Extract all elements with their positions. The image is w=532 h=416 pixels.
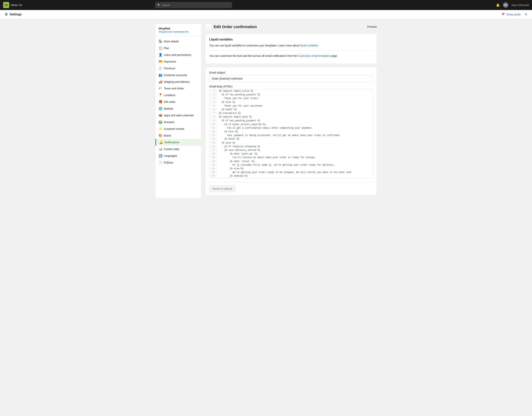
avatar[interactable]: RO: [503, 2, 508, 8]
sidebar-item-checkout[interactable]: 🛒 Checkout: [155, 65, 201, 72]
sidebar-item-languages[interactable]: 🔤 Languages: [155, 152, 201, 159]
topbar: 🛍 Winter '25 🔍 Search 🔔 RO Ryan O'Donnel…: [0, 0, 532, 10]
line-number-15: 15: [209, 141, 217, 145]
policies-icon: 📄: [159, 161, 162, 164]
main-content: ShopPad shoppad-ryan.myshopify.com 🏪 Sto…: [151, 19, 381, 203]
code-line-21: 21 Hi {{ customer.first_name }}, we're g…: [209, 163, 373, 167]
sidebar-nav: 🏪 Store details 📋 Plan 👤 Users and permi…: [155, 38, 201, 166]
preview-button[interactable]: Preview: [367, 25, 377, 28]
shipping-delivery-icon: 🚚: [159, 80, 162, 84]
line-code-2: {% if has_pending_payment %}: [217, 93, 373, 97]
body-label: Email body (HTML): [209, 85, 373, 88]
sidebar-item-payments[interactable]: 💳 Payments: [155, 58, 201, 65]
sidebar-item-markets[interactable]: 🌐 Markets: [155, 105, 201, 112]
sidebar-item-custom-data[interactable]: 📊 Custom data: [155, 146, 201, 152]
sidebar-item-gift-cards[interactable]: 🎁 Gift cards: [155, 99, 201, 105]
line-number-18: 18: [209, 152, 217, 156]
customer-events-icon: ⚡: [159, 127, 162, 130]
page-title: Edit Order confirmation: [214, 25, 257, 29]
email-subject-input[interactable]: [209, 75, 373, 82]
line-number-3: 3: [209, 97, 217, 100]
sidebar-item-store-details[interactable]: 🏪 Store details: [155, 38, 201, 45]
sidebar-item-shipping-delivery[interactable]: 🚚 Shipping and delivery: [155, 78, 201, 85]
languages-icon: 🔤: [159, 154, 162, 158]
sidebar-item-policies[interactable]: 📄 Policies: [155, 159, 201, 166]
plan-icon: 📋: [159, 46, 162, 50]
email-form-card: Email subject Email body (HTML) 1 {% cap…: [205, 67, 377, 195]
line-number-8: 8: [209, 115, 217, 119]
liquid-text-1: You can use liquid variables to customiz…: [209, 43, 373, 48]
back-button[interactable]: ←: [205, 24, 211, 30]
notifications-icon: 🔔: [159, 140, 162, 144]
line-number-13: 13: [209, 134, 217, 137]
line-code-20: {% when 'local' %}: [217, 160, 373, 163]
setup-guide-button[interactable]: 🚩 Setup guide: [502, 13, 521, 16]
setup-guide-label: Setup guide: [506, 13, 521, 16]
sidebar-item-users-permissions[interactable]: 👤 Users and permissions: [155, 51, 201, 58]
sidebar-item-customer-accounts[interactable]: 👥 Customer accounts: [155, 72, 201, 78]
sidebar-item-plan[interactable]: 📋 Plan: [155, 45, 201, 51]
line-number-2: 2: [209, 93, 217, 97]
line-number-20: 20: [209, 160, 217, 163]
revert-to-default-button[interactable]: Revert to default: [209, 186, 236, 192]
line-code-15: {% else %}: [217, 141, 373, 145]
sidebar-item-label: Policies: [164, 161, 173, 164]
flag-icon: 🚩: [502, 13, 505, 16]
search-icon: 🔍: [157, 4, 161, 7]
settings-title-text: Settings: [10, 13, 22, 16]
sidebar-item-taxes-duties[interactable]: 🏷 Taxes and duties: [155, 85, 201, 92]
sidebar-item-notifications[interactable]: 🔔 Notifications: [155, 139, 201, 146]
code-line-11: 11 You'll get a confirmation email after…: [209, 126, 373, 130]
line-number-17: 17: [209, 149, 217, 152]
gift-cards-icon: 🎁: [159, 100, 162, 104]
line-number-19: 19: [209, 156, 217, 159]
line-number-12: 12: [209, 130, 217, 134]
close-button[interactable]: ✕: [524, 12, 527, 17]
sidebar-item-label: Domains: [164, 120, 174, 124]
topbar-right: 🔔 RO Ryan O'Donnell: [496, 2, 529, 8]
code-editor[interactable]: 1 {% capture email_title %} 2 {% if has_…: [209, 89, 373, 178]
sidebar-item-domains[interactable]: 🌍 Domains: [155, 119, 201, 125]
line-code-10: {% if buyer_action_required %}: [217, 123, 373, 126]
code-line-7: 7 {% endcapture %}: [209, 111, 373, 115]
sidebar-item-apps-sales-channels[interactable]: 📦 Apps and sales channels: [155, 112, 201, 119]
line-number-7: 7: [209, 111, 217, 115]
sidebar-item-locations[interactable]: 📍 Locations: [155, 92, 201, 99]
sidebar-store-name: ShopPad: [159, 27, 198, 30]
sidebar-item-brand[interactable]: 🎨 Brand: [155, 132, 201, 139]
sidebar-item-label: Languages: [164, 154, 177, 157]
liquid-text-2: You can customize the look and feel acro…: [209, 54, 373, 58]
code-line-4: 4 {% else %}: [209, 100, 373, 104]
liquid-title: Liquid variables: [209, 38, 373, 41]
topbar-search[interactable]: 🔍 Search: [155, 2, 232, 8]
sidebar-item-label: Taxes and duties: [164, 87, 184, 90]
sidebar-item-label: Locations: [164, 94, 175, 97]
settings-title: ⚙ Settings: [5, 12, 22, 17]
notification-icon[interactable]: 🔔: [496, 3, 500, 7]
code-line-1: 1 {% capture email_title %}: [209, 89, 373, 93]
topbar-store-name: Winter '25: [11, 4, 22, 7]
apps-sales-channels-icon: 📦: [159, 113, 162, 117]
email-form-body: Email subject Email body (HTML) 1 {% cap…: [206, 67, 377, 182]
code-line-2: 2 {% if has_pending_payment %}: [209, 93, 373, 97]
sidebar-store: ShopPad shoppad-ryan.myshopify.com: [155, 27, 201, 36]
line-code-24: {% endcase %}: [217, 174, 373, 178]
search-placeholder: Search: [162, 4, 170, 7]
store-details-icon: 🏪: [159, 40, 162, 43]
custom-data-icon: 📊: [159, 147, 162, 151]
topbar-logo: 🛍 Winter '25: [3, 2, 22, 8]
sidebar-store-url[interactable]: shoppad-ryan.myshopify.com: [159, 30, 189, 33]
sidebar-item-customer-events[interactable]: ⚡ Customer events: [155, 125, 201, 132]
code-line-17: 17 {% case delivery_method %}: [209, 149, 373, 152]
line-code-11: You'll get a confirmation email after co…: [217, 126, 373, 130]
sidebar-item-label: Checkout: [164, 67, 175, 70]
edit-header-left: ← Edit Order confirmation: [205, 24, 257, 30]
liquid-text-1-content: You can use liquid variables to customiz…: [209, 44, 300, 47]
customize-email-templates-link[interactable]: Customize email templates: [298, 54, 330, 57]
line-number-4: 4: [209, 100, 217, 104]
line-code-6: {% endif %}: [217, 108, 373, 111]
line-code-5: Thank you for your purchase!: [217, 104, 373, 108]
liquid-variables-link[interactable]: liquid variables.: [300, 44, 319, 47]
sidebar-item-label: Markets: [164, 107, 173, 110]
line-number-9: 9: [209, 119, 217, 123]
